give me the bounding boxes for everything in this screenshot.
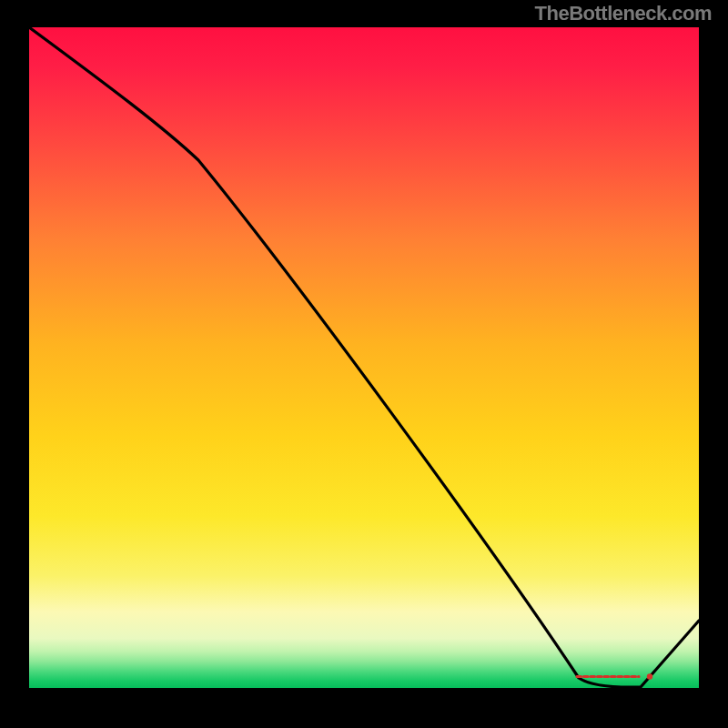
attribution-label: TheBottleneck.com: [535, 2, 712, 25]
axis-left: [27, 25, 29, 728]
svg-point-2: [647, 673, 652, 679]
bottleneck-chart: [0, 0, 728, 728]
axis-right: [699, 25, 701, 728]
chart-plot-area: [29, 27, 699, 688]
chart-container: TheBottleneck.com: [0, 0, 728, 728]
